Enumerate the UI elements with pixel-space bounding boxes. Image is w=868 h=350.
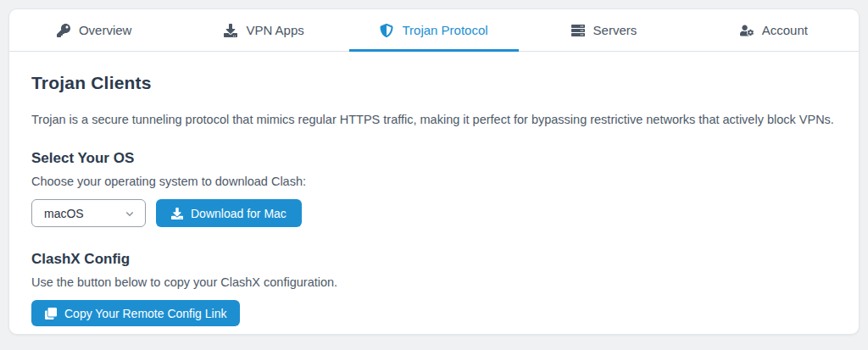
- clashx-section-instruction: Use the button below to copy your ClashX…: [31, 275, 837, 289]
- tab-overview[interactable]: Overview: [9, 9, 179, 51]
- key-icon: [57, 24, 70, 37]
- clashx-section-heading: ClashX Config: [31, 251, 837, 268]
- page-title: Trojan Clients: [31, 73, 837, 93]
- server-icon: [571, 24, 585, 37]
- tab-servers[interactable]: Servers: [519, 9, 688, 51]
- trojan-description: Trojan is a secure tunneling protocol th…: [31, 111, 837, 128]
- os-section-instruction: Choose your operating system to download…: [31, 175, 837, 188]
- tab-label: Trojan Protocol: [402, 23, 487, 37]
- tab-account[interactable]: Account: [689, 9, 859, 51]
- os-select-value: macOS: [44, 207, 84, 220]
- tab-panel-trojan: Trojan Clients Trojan is a secure tunnel…: [9, 52, 859, 326]
- copy-button-label: Copy Your Remote Config Link: [64, 307, 226, 320]
- download-icon: [171, 208, 183, 219]
- tab-label: Overview: [79, 23, 132, 37]
- copy-config-link-button[interactable]: Copy Your Remote Config Link: [31, 300, 240, 326]
- shield-icon: [380, 24, 393, 37]
- os-section-heading: Select Your OS: [31, 150, 837, 167]
- user-gear-icon: [740, 24, 754, 37]
- copy-icon: [45, 308, 57, 319]
- tab-bar: Overview VPN Apps Trojan Protocol Server…: [9, 9, 859, 52]
- tab-label: Servers: [593, 23, 637, 37]
- tab-trojan-protocol[interactable]: Trojan Protocol: [349, 9, 519, 51]
- os-select[interactable]: macOS: [31, 199, 146, 227]
- tab-vpn-apps[interactable]: VPN Apps: [179, 9, 348, 51]
- os-controls-row: macOS Download for Mac: [31, 199, 837, 227]
- tab-label: Account: [762, 23, 808, 37]
- download-button-label: Download for Mac: [191, 207, 287, 220]
- tab-label: VPN Apps: [246, 23, 303, 37]
- panel-card: Overview VPN Apps Trojan Protocol Server…: [8, 8, 860, 335]
- download-for-mac-button[interactable]: Download for Mac: [156, 199, 302, 227]
- download-icon: [224, 24, 237, 37]
- chevron-down-icon: [125, 208, 135, 219]
